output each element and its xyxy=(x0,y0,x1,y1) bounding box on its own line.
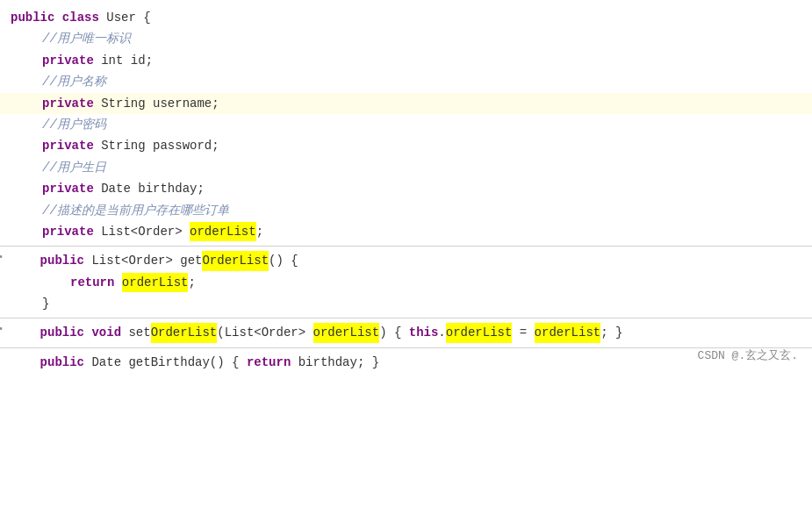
highlight-setter-value: orderList xyxy=(535,323,601,342)
highlight-setOrderList: OrderList xyxy=(151,323,218,342)
line-getter-declaration: • public List<Order> get OrderList () { xyxy=(0,250,812,271)
line-comment-name: //用户名称 xyxy=(0,71,812,92)
getter-post: () { xyxy=(269,251,298,270)
line-field-username: private String username; xyxy=(0,93,812,114)
line-field-birthday: private Date birthday; xyxy=(0,178,812,199)
dot-setter: • xyxy=(0,323,4,337)
keyword-public-getter: public xyxy=(40,251,84,270)
dot-getter: • xyxy=(0,251,4,265)
space xyxy=(94,51,101,70)
comment-orderlist: //描述的是当前用户存在哪些订单 xyxy=(42,201,229,220)
highlight-orderlist-getter: OrderList xyxy=(202,251,269,270)
space-indent xyxy=(11,353,40,372)
code-container: public class User { //用户唯一标识 private int… xyxy=(0,0,812,515)
line-comment-id: //用户唯一标识 xyxy=(0,28,812,49)
line-class-declaration: public class User { xyxy=(0,7,812,28)
setter-param-pre: (List<Order> xyxy=(217,323,313,342)
line-field-id: private int id; xyxy=(0,50,812,71)
keyword-class: class xyxy=(62,8,99,27)
space xyxy=(54,8,61,27)
var-id: id; xyxy=(123,51,153,70)
space xyxy=(114,273,121,292)
space xyxy=(94,94,101,113)
semicolon: ; xyxy=(256,222,263,241)
highlight-setter-field: orderList xyxy=(446,323,513,342)
space: User { xyxy=(99,8,151,27)
space xyxy=(94,222,101,241)
highlight-orderlist-field: orderList xyxy=(190,222,256,241)
setter-end: ; } xyxy=(600,323,622,342)
line-getter-return: return orderList ; xyxy=(0,272,812,293)
space: Date getBirthday() { xyxy=(84,353,247,372)
line-comment-orderlist: //描述的是当前用户存在哪些订单 xyxy=(0,200,812,221)
setter-assign: = xyxy=(512,323,534,342)
highlight-setter-param: orderList xyxy=(313,323,380,342)
highlight-orderlist-return: orderList xyxy=(122,273,189,292)
type-date: Date birthday; xyxy=(101,179,205,198)
keyword-private-orderlist: private xyxy=(42,222,94,241)
line-birthday-method: public Date getBirthday() { return birth… xyxy=(0,352,812,373)
line-setter-declaration: • public void set OrderList (List<Order>… xyxy=(0,322,812,343)
comment-birthday: //用户生日 xyxy=(42,158,106,177)
brace-close-getter: } xyxy=(42,294,49,313)
separator-1 xyxy=(0,246,812,247)
space: List<Order> get xyxy=(84,251,202,270)
type-string-password: String password; xyxy=(101,136,219,155)
keyword-void: void xyxy=(91,323,121,342)
keyword-return-birthday: return xyxy=(247,353,291,372)
keyword-private-username: private xyxy=(42,94,94,113)
space: set xyxy=(121,323,151,342)
keyword-public-birthday: public xyxy=(40,353,84,372)
line-field-orderlist: private List<Order> orderList ; xyxy=(0,221,812,242)
comment-password: //用户密码 xyxy=(42,115,106,134)
line-field-password: private String password; xyxy=(0,135,812,156)
keyword-public-setter: public xyxy=(40,323,84,342)
separator-3 xyxy=(0,347,812,348)
comment-id: //用户唯一标识 xyxy=(42,29,131,48)
space xyxy=(84,323,91,342)
separator-2 xyxy=(0,318,812,318)
space-indent xyxy=(11,323,40,342)
watermark: CSDN @.玄之又玄. xyxy=(698,347,798,366)
setter-mid: ) { xyxy=(379,323,409,342)
semicolon-return: ; xyxy=(188,273,195,292)
keyword-public: public xyxy=(11,8,54,27)
keyword-private-birthday: private xyxy=(42,179,94,198)
line-comment-password: //用户密码 xyxy=(0,114,812,135)
birthday-val: birthday; } xyxy=(291,353,379,372)
code-block: public class User { //用户唯一标识 private int… xyxy=(0,7,812,373)
line-comment-birthday: //用户生日 xyxy=(0,157,812,178)
keyword-private-password: private xyxy=(42,136,94,155)
line-getter-close: } xyxy=(0,293,812,314)
type-string-username: String username; xyxy=(101,94,219,113)
keyword-this: this xyxy=(409,323,439,342)
space xyxy=(94,136,101,155)
space-indent xyxy=(11,251,40,270)
type-list-order: List<Order> xyxy=(101,222,190,241)
keyword-private-id: private xyxy=(42,51,94,70)
type-int: int xyxy=(101,51,123,70)
space xyxy=(94,179,101,198)
dot: . xyxy=(438,323,445,342)
comment-name: //用户名称 xyxy=(42,72,106,91)
keyword-return: return xyxy=(70,273,114,292)
